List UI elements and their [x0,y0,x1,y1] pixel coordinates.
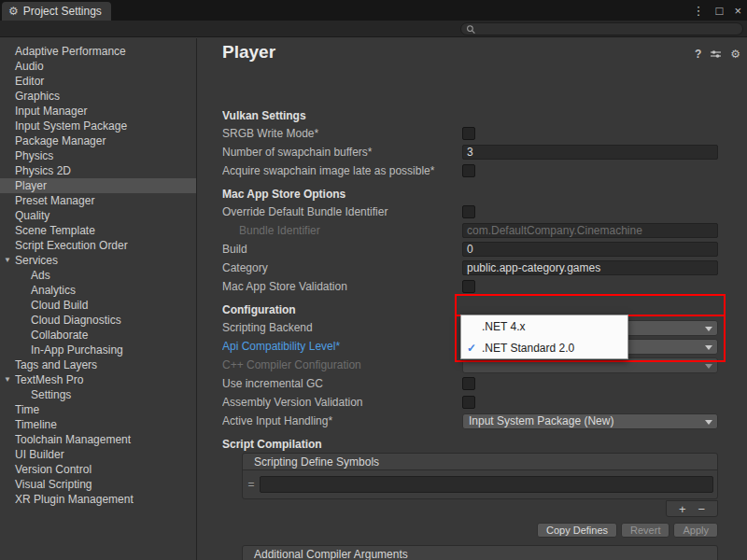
sidebar-item[interactable]: ▼ Adaptive Performance [0,44,196,59]
settings-gear-icon: ⚙ [8,6,19,17]
setting-value [462,377,718,390]
header-icons: ? ⚙ [695,48,740,61]
sidebar-item[interactable]: ▼ Physics 2D [0,163,196,178]
define-symbols-input[interactable] [260,476,713,493]
sidebar-item[interactable]: ▼ Preset Manager [0,193,196,208]
compile-button[interactable]: Revert [621,523,669,538]
dropdown-option[interactable]: ✓ .NET 4.x [461,315,627,337]
additional-compiler-arguments-box: Additional Compiler Arguments List is Em… [242,545,718,560]
sidebar-item-label: Editor [15,75,44,88]
sidebar-item[interactable]: ▼ Visual Scripting [0,477,196,492]
window-tab-bar: ⚙ Project Settings ⋮ □ × [0,0,747,21]
sidebar-item[interactable]: ▼ Scene Template [0,223,196,238]
sidebar-item[interactable]: ▼ Timeline [0,417,196,432]
sidebar-item-label: Ads [31,269,50,282]
setting-checkbox[interactable] [462,127,475,140]
sidebar-item[interactable]: ▼ Services [0,253,196,268]
window-close-icon[interactable]: × [734,5,741,17]
search-box[interactable] [460,22,743,35]
sidebar-item[interactable]: ▼ Quality [0,208,196,223]
sidebar-item-label: Adaptive Performance [15,45,126,58]
sidebar-item[interactable]: ▼ Input Manager [0,104,196,119]
setting-text-field[interactable]: 3 [462,145,718,160]
sidebar-item[interactable]: ▼ In-App Purchasing [0,343,196,357]
dropdown-option-label: .NET Standard 2.0 [482,342,574,355]
sidebar-item[interactable]: ▼ Settings [0,387,196,402]
setting-checkbox[interactable] [462,377,475,390]
setting-text-field[interactable]: public.app-category.games [462,260,718,275]
sidebar-item-label: Player [15,179,47,192]
sidebar-item[interactable]: ▼ Ads [0,268,196,283]
setting-text-field[interactable]: com.DefaultCompany.Cinemachine [462,223,718,238]
add-button[interactable]: + [679,503,686,515]
setting-dropdown[interactable]: Input System Package (New) [462,413,718,429]
setting-value [462,164,718,177]
sidebar-item[interactable]: ▼ Cloud Diagnostics [0,313,196,328]
window-maximize-icon[interactable]: □ [716,5,724,17]
sidebar-item-label: In-App Purchasing [31,343,123,357]
sidebar-item[interactable]: ▼ Toolchain Management [0,432,196,447]
sidebar-item-label: Cloud Build [31,299,88,312]
sidebar-item[interactable]: ▼ XR Plugin Management [0,492,196,507]
sidebar-item[interactable]: ▼ Player [0,178,196,193]
window-controls: ⋮ □ × [693,1,741,20]
define-symbols-tray-row: + − [242,500,718,517]
sidebar-item-label: Graphics [15,90,60,103]
compile-button[interactable]: Copy Defines [537,523,617,538]
sidebar-item[interactable]: ▼ Analytics [0,283,196,298]
chevron-down-icon [705,364,712,369]
window-menu-icon[interactable]: ⋮ [693,5,705,17]
remove-button[interactable]: − [698,503,705,515]
help-icon[interactable]: ? [695,48,701,61]
sidebar-item-label: Visual Scripting [15,478,92,491]
sidebar-item-label: Analytics [31,284,76,297]
setting-value: 0 0 [462,242,718,257]
setting-checkbox[interactable] [462,280,475,293]
sidebar-item-label: Services [15,254,58,267]
foldout-icon[interactable]: ▼ [4,372,11,387]
setting-checkbox[interactable] [462,205,475,218]
sidebar-item-label: Collaborate [31,329,88,342]
setting-label: SRGB Write Mode* [222,127,462,140]
setting-value [462,127,718,140]
sidebar-item[interactable]: ▼ Script Execution Order [0,238,196,253]
sidebar-item[interactable]: ▼ UI Builder [0,447,196,462]
setting-checkbox[interactable] [462,164,475,177]
gear-icon[interactable]: ⚙ [730,48,740,61]
sidebar-item-label: Cloud Diagnostics [31,314,121,327]
setting-checkbox[interactable] [462,396,475,409]
sidebar-item[interactable]: ▼ Collaborate [0,328,196,343]
define-symbols-body: = [243,470,717,498]
sidebar-item[interactable]: ▼ Tags and Layers [0,357,196,372]
sidebar-item[interactable]: ▼ Time [0,402,196,417]
sidebar-item-label: Quality [15,209,49,222]
sidebar-item-label: Physics [15,149,53,162]
sidebar-item[interactable]: ▼ Physics [0,148,196,163]
foldout-icon[interactable]: ▼ [4,253,11,268]
setting-label: Use incremental GC [222,377,462,390]
dropdown-option[interactable]: ✓ .NET Standard 2.0 [461,337,627,358]
search-input[interactable] [476,23,738,35]
sidebar-item[interactable]: ▼ Graphics [0,89,196,104]
setting-label: Configuration [222,303,462,316]
sidebar-item[interactable]: ▼ Editor [0,74,196,89]
compile-button[interactable]: Apply [673,523,718,538]
sidebar-item-label: Scene Template [15,224,95,237]
setting-text-field[interactable]: 0 [462,242,718,257]
sidebar-item[interactable]: ▼ Input System Package [0,119,196,133]
settings-row: SRGB Write Mode* [222,124,747,143]
setting-label: Category [222,261,462,274]
setting-label: Scripting Backend [222,321,462,334]
tab-project-settings[interactable]: ⚙ Project Settings [2,2,111,21]
sidebar-item[interactable]: ▼ Version Control [0,462,196,477]
sidebar-item[interactable]: ▼ Cloud Build [0,298,196,313]
presets-icon[interactable] [710,49,722,60]
sidebar-item[interactable]: ▼ TextMesh Pro [0,372,196,387]
setting-label: Override Default Bundle Identifier [222,205,462,218]
sidebar-item[interactable]: ▼ Package Manager [0,133,196,148]
setting-label: Bundle Identifier [222,224,462,237]
drag-handle-icon[interactable]: = [247,478,256,491]
sidebar-item[interactable]: ▼ Audio [0,59,196,74]
setting-value [462,396,718,409]
setting-dropdown[interactable] [462,357,718,373]
